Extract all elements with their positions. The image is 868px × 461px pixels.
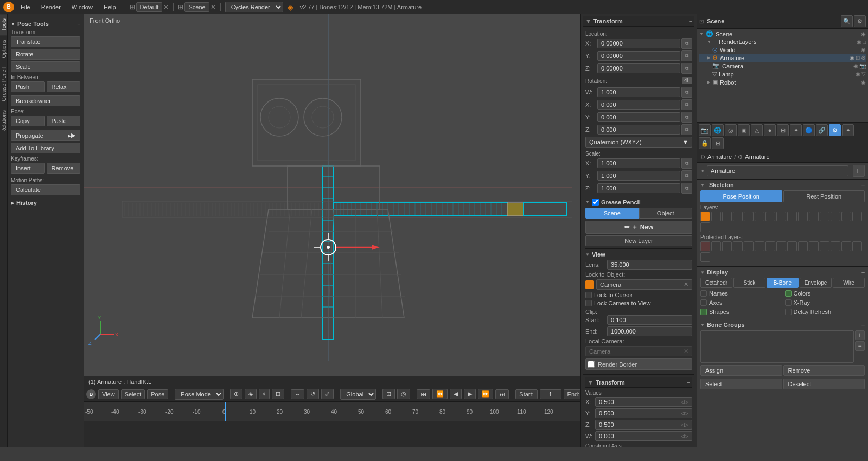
rot-z-value[interactable]: 0.000 xyxy=(597,125,680,135)
lower-transform-collapse[interactable]: ▼ xyxy=(588,379,593,386)
local-camera-x-icon[interactable]: ✕ xyxy=(684,348,688,355)
copy-btn[interactable]: Copy xyxy=(11,116,45,126)
loc-z-value[interactable]: 0.00000 xyxy=(597,63,680,73)
propagate-btn[interactable]: Propagate ▶ xyxy=(11,130,80,141)
prev-frame-btn[interactable]: ⏪ xyxy=(432,389,448,399)
prot-dot-9[interactable] xyxy=(787,241,797,251)
loc-z-copy[interactable]: ⧉ xyxy=(681,63,692,74)
loc-y-copy[interactable]: ⧉ xyxy=(681,50,692,61)
select-group-btn[interactable]: Select xyxy=(700,379,782,389)
val-x-input[interactable]: 0.500 ◁▷ xyxy=(595,397,692,407)
props-icon-data[interactable]: ⊟ xyxy=(712,137,724,149)
paste-btn[interactable]: Paste xyxy=(47,116,81,126)
world-eye-icon[interactable]: ◉ xyxy=(861,47,866,53)
layer-dot-16[interactable] xyxy=(700,222,710,232)
props-icon-object[interactable]: ▣ xyxy=(738,124,750,136)
outliner-filter-btn[interactable]: ⚙ xyxy=(854,15,866,27)
props-icon-world[interactable]: ◎ xyxy=(725,124,737,136)
jump-start-btn[interactable]: ⏮ xyxy=(417,389,430,399)
layer-dot-2[interactable] xyxy=(711,212,721,221)
scene-eye-icon[interactable]: ◉ xyxy=(861,31,866,37)
prot-dot-11[interactable] xyxy=(809,241,819,251)
calculate-btn[interactable]: Calculate xyxy=(11,184,80,195)
add-to-library-btn[interactable]: Add To Library xyxy=(11,143,80,153)
render-engine-select[interactable]: Cycles Render xyxy=(225,2,283,12)
props-icon-bone[interactable]: ✦ xyxy=(842,124,854,136)
outliner-robot[interactable]: ▶ ▣ Robot ◉ xyxy=(699,78,866,86)
robot-eye-icon[interactable]: ◉ xyxy=(861,79,866,85)
camera-x-icon[interactable]: ✕ xyxy=(684,281,688,288)
outliner-armature[interactable]: ▶ ⚙ Armature ◉ ⊡ ⚙ xyxy=(699,54,866,62)
clip-end-input[interactable]: 1000.000 xyxy=(607,326,692,336)
layer-dot-14[interactable] xyxy=(841,212,851,221)
menu-help[interactable]: Help xyxy=(99,3,120,11)
scale-z-copy[interactable]: ⧉ xyxy=(681,183,692,194)
rot-x-value[interactable]: 0.000 xyxy=(597,100,680,110)
gp-tab-object[interactable]: Object xyxy=(639,208,693,219)
prot-dot-16[interactable] xyxy=(700,252,710,262)
props-icon-mesh[interactable]: △ xyxy=(751,124,763,136)
scene-selector[interactable]: Scene xyxy=(184,2,209,12)
remove-from-group-btn[interactable]: Remove xyxy=(783,365,865,376)
props-icon-render[interactable]: 📷 xyxy=(699,124,711,136)
transform-close-btn[interactable]: – xyxy=(689,18,692,24)
disp-btn-wire[interactable]: Wire xyxy=(833,278,865,288)
props-icon-constraints[interactable]: 🔗 xyxy=(816,124,828,136)
bone-groups-close-btn[interactable]: – xyxy=(861,322,865,328)
pivot-select[interactable]: Global xyxy=(340,389,376,400)
prot-dot-7[interactable] xyxy=(765,241,775,251)
lower-transform-close[interactable]: – xyxy=(687,379,690,386)
prot-dot-8[interactable] xyxy=(776,241,786,251)
val-y-input[interactable]: 0.500 ◁▷ xyxy=(595,408,692,418)
layout-selector[interactable]: Default xyxy=(136,2,163,12)
layer-dot-6[interactable] xyxy=(755,212,764,221)
props-icon-armature[interactable]: ⚙ xyxy=(829,124,841,136)
lock-cursor-checkbox[interactable] xyxy=(585,292,592,298)
transform-icons[interactable]: ↔ xyxy=(291,389,304,399)
pose-mode-select[interactable]: Pose Mode xyxy=(175,389,224,400)
menu-file[interactable]: File xyxy=(16,3,35,11)
clip-start-input[interactable]: 0.100 xyxy=(607,315,692,325)
viewport-btn-3[interactable]: ⌖ xyxy=(259,389,270,399)
rot-y-copy[interactable]: ⧉ xyxy=(681,112,692,123)
delay-refresh-checkbox[interactable] xyxy=(785,309,792,315)
tab-options[interactable]: Options xyxy=(0,35,7,62)
props-icon-material[interactable]: ● xyxy=(764,124,776,136)
outliner-lamp[interactable]: ▶ ▽ Lamp ◉ ▽ xyxy=(699,70,866,78)
rot-w-copy[interactable]: ⧉ xyxy=(681,87,692,98)
gp-tab-scene[interactable]: Scene xyxy=(585,208,639,219)
scale-z-value[interactable]: 1.000 xyxy=(597,183,680,193)
layer-dot-12[interactable] xyxy=(820,212,829,221)
push-btn[interactable]: Push xyxy=(11,81,45,92)
viewport[interactable]: Front Ortho xyxy=(84,14,580,387)
timeline-area[interactable]: -50 -40 -30 -20 -10 0 10 20 30 40 50 60 … xyxy=(84,401,580,447)
remove-btn[interactable]: Remove xyxy=(47,163,81,174)
disp-btn-stick[interactable]: Stick xyxy=(733,278,765,288)
frame-start-input[interactable] xyxy=(540,389,561,399)
bone-group-remove-btn[interactable]: − xyxy=(855,341,865,351)
menu-select-timeline[interactable]: Select xyxy=(121,389,145,399)
layer-dot-10[interactable] xyxy=(798,212,808,221)
loc-x-copy[interactable]: ⧉ xyxy=(681,38,692,49)
rl-eye-icon[interactable]: ◉ xyxy=(857,39,861,45)
lock-camera-checkbox[interactable] xyxy=(585,300,592,306)
disp-btn-octahedr[interactable]: Octahedr xyxy=(700,278,732,288)
shapes-checkbox[interactable] xyxy=(700,309,707,315)
play-reverse-btn[interactable]: ◀ xyxy=(450,389,462,399)
scale-x-copy[interactable]: ⧉ xyxy=(681,158,692,169)
menu-render[interactable]: Render xyxy=(37,3,65,11)
insert-btn[interactable]: Insert xyxy=(11,163,45,174)
props-icon-texture[interactable]: ⊞ xyxy=(777,124,789,136)
pose-position-btn[interactable]: Pose Position xyxy=(700,190,782,202)
rot-y-value[interactable]: 0.000 xyxy=(597,112,680,122)
menu-pose-timeline[interactable]: Pose xyxy=(147,389,168,399)
render-border-btn[interactable]: Render Border xyxy=(585,358,692,370)
local-camera-input[interactable]: Camera ✕ xyxy=(585,346,692,356)
outliner-world[interactable]: ▶ ◎ World ◉ xyxy=(699,46,866,54)
lens-input[interactable]: 35.000 xyxy=(607,260,692,270)
bone-group-add-btn[interactable]: + xyxy=(855,330,865,340)
menu-window[interactable]: Window xyxy=(67,3,97,11)
jump-end-btn[interactable]: ⏭ xyxy=(495,389,509,399)
next-frame-btn[interactable]: ⏩ xyxy=(478,389,493,399)
prot-dot-3[interactable] xyxy=(722,241,732,251)
